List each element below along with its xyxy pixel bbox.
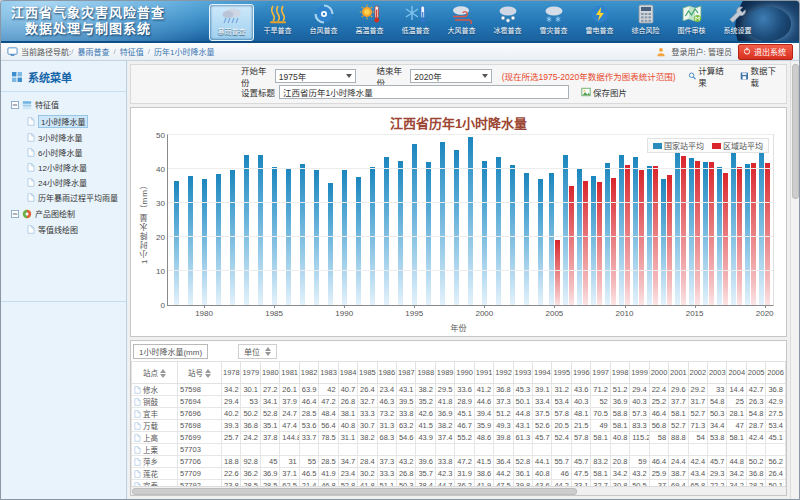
bar-national-1980: [202, 179, 207, 305]
unit-button[interactable]: 1小时降水量(mm): [133, 344, 208, 359]
bar-national-1984: [258, 155, 263, 305]
column-header-year-1990[interactable]: 1990: [455, 362, 474, 384]
vertical-scrollbar-thumb[interactable]: [792, 64, 799, 199]
start-year-select[interactable]: 1975年: [275, 69, 356, 83]
table-header-row: 站点站号197819791980198119821983198419851986…: [132, 362, 786, 384]
column-header-year-1978[interactable]: 1978: [222, 362, 241, 384]
column-header-year-1983[interactable]: 1983: [319, 362, 338, 384]
column-header-year-1981[interactable]: 1981: [280, 362, 299, 384]
station-name-cell[interactable]: 萍乡: [132, 456, 178, 468]
value-cell: 46: [552, 468, 571, 480]
column-header-year-1985[interactable]: 1985: [358, 362, 377, 384]
breadcrumb-item[interactable]: 历年1小时降水量: [154, 46, 214, 57]
sidebar-item[interactable]: 等值线绘图: [3, 222, 124, 237]
value-cell: 45.7: [571, 456, 590, 468]
column-header-year-1999[interactable]: 1999: [630, 362, 649, 384]
column-header-year-1992[interactable]: 1992: [494, 362, 513, 384]
chart-title-input[interactable]: [279, 85, 569, 99]
column-header-year-2002[interactable]: 2002: [688, 362, 707, 384]
value-cell: 45.7: [707, 456, 726, 468]
vertical-scrollbar[interactable]: [790, 61, 799, 499]
column-header-year-1991[interactable]: 1991: [474, 362, 493, 384]
station-name-cell[interactable]: 莲花: [132, 468, 178, 480]
nav-item-rainstorm[interactable]: 暴雨普查: [209, 4, 254, 41]
sidebar-item[interactable]: 24小时降水量: [3, 175, 124, 190]
column-header-year-1988[interactable]: 1988: [416, 362, 435, 384]
value-cell: 58.8: [610, 408, 629, 420]
column-header-station[interactable]: 站点: [132, 362, 178, 384]
station-name-cell[interactable]: 宜丰: [132, 408, 178, 420]
calculate-result-link[interactable]: 计算结果: [688, 64, 728, 88]
column-header-year-2000[interactable]: 2000: [649, 362, 668, 384]
nav-item-typhoon[interactable]: 台风普查: [301, 4, 346, 41]
column-header-year-1980[interactable]: 1980: [260, 362, 279, 384]
value-cell: 41.9: [319, 468, 338, 480]
nav-item-snow[interactable]: 雪灾普查: [531, 4, 576, 41]
nav-item-settings[interactable]: 系统设置: [715, 4, 760, 41]
value-cell: [649, 444, 668, 456]
column-header-year-2006[interactable]: 2006: [766, 362, 786, 384]
column-header-station-id[interactable]: 站号: [178, 362, 222, 384]
station-name-cell[interactable]: 修水: [132, 384, 178, 396]
nav-item-high-temp[interactable]: 高温普查: [347, 4, 392, 41]
nav-item-label: 大风普查: [448, 25, 476, 35]
column-header-year-1987[interactable]: 1987: [396, 362, 415, 384]
sidebar-item[interactable]: 12小时降水量: [3, 160, 124, 175]
station-name-cell[interactable]: 上高: [132, 432, 178, 444]
sidebar-item[interactable]: 6小时降水量: [3, 145, 124, 160]
column-header-year-1993[interactable]: 1993: [513, 362, 532, 384]
column-header-year-1997[interactable]: 1997: [591, 362, 610, 384]
column-header-year-2004[interactable]: 2004: [727, 362, 746, 384]
column-header-year-1989[interactable]: 1989: [435, 362, 454, 384]
sidebar-item[interactable]: 历年暴雨过程平均雨量: [3, 190, 124, 205]
value-cell: 53.6: [299, 420, 318, 432]
bar-group-2010: 2010: [618, 135, 632, 305]
column-header-year-1979[interactable]: 1979: [241, 362, 260, 384]
column-header-year-1996[interactable]: 1996: [571, 362, 590, 384]
column-header-year-2005[interactable]: 2005: [746, 362, 765, 384]
column-header-year-2003[interactable]: 2003: [707, 362, 726, 384]
column-header-year-1994[interactable]: 1994: [533, 362, 552, 384]
column-header-year-2001[interactable]: 2001: [669, 362, 688, 384]
value-cell: 34.2: [222, 384, 241, 396]
sidebar-item[interactable]: 3小时降水量: [3, 130, 124, 145]
nav-item-drought[interactable]: 干旱普查: [255, 4, 300, 41]
breadcrumb-bar: 当前路径导航: /暴雨普查/特征值/历年1小时降水量 登录用户: 管理员 退出系…: [1, 43, 799, 61]
nav-item-low-temp[interactable]: 低温普查: [393, 4, 438, 41]
sidebar-item[interactable]: 1小时降水量: [3, 113, 124, 130]
breadcrumb-item[interactable]: 特征值: [120, 46, 144, 57]
bar-group-2000: 2000: [477, 135, 491, 305]
end-year-select[interactable]: 2020年: [410, 69, 491, 83]
tree-group-0[interactable]: 特征值: [3, 96, 124, 113]
value-cell: 50.3: [707, 408, 726, 420]
column-header-year-1986[interactable]: 1986: [377, 362, 396, 384]
column-header-year-1984[interactable]: 1984: [338, 362, 357, 384]
column-header-year-1998[interactable]: 1998: [610, 362, 629, 384]
main-panel: 开始年份 1975年 结束年份 2020年 (现在所选1975-2020年数据作…: [127, 61, 790, 499]
station-name-cell[interactable]: 万载: [132, 420, 178, 432]
value-cell: 33.4: [533, 396, 552, 408]
station-name-cell[interactable]: 上栗: [132, 444, 178, 456]
column-header-year-1982[interactable]: 1982: [299, 362, 318, 384]
horizontal-scrollbar-thumb[interactable]: [132, 488, 577, 495]
tree-group-1[interactable]: 产品图绘制: [3, 205, 124, 222]
nav-item-hail[interactable]: 冰雹普查: [485, 4, 530, 41]
value-cell: 35.1: [260, 420, 279, 432]
data-download-link[interactable]: 数据下载: [740, 64, 780, 88]
logout-button[interactable]: 退出系统: [738, 44, 793, 60]
nav-item-map-review[interactable]: 图件审核: [669, 4, 714, 41]
value-cell: 42.6: [416, 408, 435, 420]
bar-group-1979: [183, 135, 197, 305]
save-image-link[interactable]: 保存图片: [581, 86, 627, 98]
value-cell: 34.4: [707, 420, 726, 432]
breadcrumb-item[interactable]: 暴雨普查: [77, 46, 109, 57]
station-name-cell[interactable]: 铜鼓: [132, 396, 178, 408]
unit-select[interactable]: 单位: [238, 344, 277, 359]
horizontal-scrollbar[interactable]: [131, 486, 786, 495]
nav-item-lightning[interactable]: 雷电普查: [577, 4, 622, 41]
nav-item-gale[interactable]: 大风普查: [439, 4, 484, 41]
column-header-year-1995[interactable]: 1995: [552, 362, 571, 384]
value-cell: 39.6: [416, 456, 435, 468]
nav-item-calculator[interactable]: 综合风险: [623, 4, 668, 41]
lightning-icon: [588, 4, 612, 24]
